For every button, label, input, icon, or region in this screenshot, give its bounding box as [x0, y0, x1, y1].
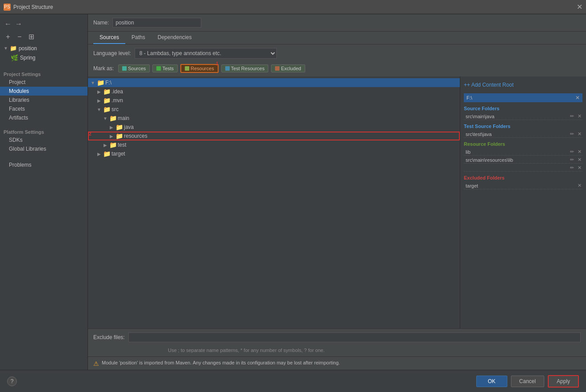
test-source-folders-title: Test Source Folders: [464, 124, 582, 129]
expand-target-icon: ▶: [96, 152, 102, 156]
tree-item-target[interactable]: ▶ 📁 target: [88, 149, 460, 158]
resource-folder-edit-2[interactable]: ✏: [569, 165, 575, 171]
right-panel: + + Add Content Root F:\ ✕ Source Folder…: [460, 76, 586, 328]
resources-dot-icon: [185, 66, 189, 71]
close-button[interactable]: ✕: [577, 3, 582, 11]
resource-folder-remove-2[interactable]: ✕: [577, 165, 582, 171]
test-source-folder-edit-0[interactable]: ✏: [569, 131, 575, 137]
name-input[interactable]: [112, 18, 201, 28]
resource-folder-entry-0: lib ✏ ✕: [464, 148, 582, 156]
resource-folder-remove-0[interactable]: ✕: [577, 149, 582, 155]
resource-folder-edit-1[interactable]: ✏: [569, 157, 575, 163]
lang-select[interactable]: 8 - Lambdas, type annotations etc.: [135, 48, 277, 59]
tab-dependencies[interactable]: Dependencies: [151, 32, 198, 44]
resource-folder-remove-1[interactable]: ✕: [577, 157, 582, 163]
tree-item-mvn[interactable]: ▶ 📁 .mvn: [88, 96, 460, 105]
tab-sources[interactable]: Sources: [93, 32, 125, 44]
source-folder-edit-0[interactable]: ✏: [569, 113, 575, 119]
content-root-close-button[interactable]: ✕: [575, 95, 580, 101]
hint-text: Use ; to separate name patterns, * for a…: [88, 346, 586, 356]
app-icon: PS: [4, 4, 11, 11]
spring-icon: 🌿: [11, 54, 18, 61]
module-toolbar: + − ⊞: [0, 30, 88, 44]
nav-arrows: ← →: [0, 18, 88, 30]
sidebar-item-problems[interactable]: Problems: [0, 160, 88, 169]
warning-row: ⚠ Module 'position' is imported from Mav…: [88, 356, 586, 370]
mark-sources-button[interactable]: Sources: [118, 64, 150, 72]
platform-settings-label: Platform Settings: [0, 126, 88, 136]
resource-folder-path-1: src\main\resources\lib: [466, 157, 569, 163]
tree-item-src[interactable]: ▼ 📁 src: [88, 105, 460, 114]
file-tree: ▼ 📁 F:\ ▶ 📁 .idea ▶ 📁 .mvn ▼ 📁 s: [88, 76, 460, 328]
ok-button[interactable]: OK: [476, 376, 507, 387]
resource-folder-actions-0: ✏ ✕: [569, 149, 582, 155]
resource-folder-path-2: [466, 165, 569, 171]
lang-label: Language level:: [93, 50, 131, 56]
tree-item-root[interactable]: ▼ 📁 F:\: [88, 78, 460, 87]
folder-root-icon: 📁: [97, 79, 104, 86]
mark-excluded-button[interactable]: Excluded: [271, 64, 305, 72]
tests-dot-icon: [156, 66, 161, 71]
module-tree-item[interactable]: ▼ 📁 position: [0, 44, 88, 53]
folder-src-icon: 📁: [103, 106, 111, 113]
expand-src-icon: ▼: [96, 107, 102, 112]
folder-main-icon: 📁: [109, 115, 117, 122]
cancel-button[interactable]: Cancel: [511, 376, 544, 387]
tree-item-java[interactable]: ▶ 📁 java: [88, 123, 460, 132]
tabs-bar: Sources Paths Dependencies: [88, 32, 586, 44]
mark-tests-button[interactable]: Tests: [152, 64, 178, 72]
apply-button[interactable]: Apply: [548, 375, 579, 388]
spring-tree-item[interactable]: 🌿 Spring: [0, 53, 88, 63]
resource-folder-edit-0[interactable]: ✏: [569, 149, 575, 155]
sidebar-item-facets[interactable]: Facets: [0, 104, 88, 113]
tree-item-idea[interactable]: ▶ 📁 .idea: [88, 87, 460, 96]
test-source-folder-entry-0: src\test\java ✏ ✕: [464, 131, 582, 138]
sources-dot-icon: [122, 66, 127, 71]
titlebar: PS Project Structure ✕: [0, 0, 586, 14]
excluded-folder-remove-0[interactable]: ✕: [577, 183, 582, 188]
window-title: Project Structure: [13, 4, 577, 10]
excluded-folder-actions-0: ✕: [577, 183, 582, 188]
sidebar-item-global-libraries[interactable]: Global Libraries: [0, 144, 88, 153]
folder-java-icon: 📁: [116, 124, 123, 131]
tree-item-test[interactable]: ▶ 📁 test: [88, 140, 460, 149]
add-content-root-button[interactable]: + + Add Content Root: [464, 80, 582, 90]
main-layout: ← → + − ⊞ ▼ 📁 position 🌿 Spring Project …: [0, 14, 586, 370]
mark-as-row: Mark as: Sources Tests 1 Resources Test …: [88, 62, 586, 76]
test-source-folder-remove-0[interactable]: ✕: [577, 131, 582, 137]
project-settings-label: Project Settings: [0, 68, 88, 78]
name-label: Name:: [93, 20, 109, 26]
tree-item-main[interactable]: ▼ 📁 main: [88, 114, 460, 123]
source-folder-remove-0[interactable]: ✕: [577, 113, 582, 119]
sidebar-item-sdks[interactable]: SDKs: [0, 136, 88, 144]
sidebar-item-libraries[interactable]: Libraries: [0, 96, 88, 104]
resource-folder-path-0: lib: [466, 149, 569, 155]
exclude-files-input[interactable]: [128, 332, 581, 342]
source-folder-path-0: src\main\java: [466, 114, 569, 119]
test-source-folder-actions-0: ✏ ✕: [569, 131, 582, 137]
remove-module-button[interactable]: −: [15, 32, 24, 41]
sidebar-item-modules[interactable]: Modules: [0, 87, 88, 96]
exclude-files-label: Exclude files:: [93, 334, 125, 340]
back-button[interactable]: ←: [4, 20, 12, 28]
tab-paths[interactable]: Paths: [125, 32, 151, 44]
resource-folder-entry-1: src\main\resources\lib ✏ ✕: [464, 156, 582, 164]
help-button[interactable]: ?: [7, 376, 17, 386]
folder-mvn-icon: 📁: [103, 97, 111, 104]
lang-row: Language level: 8 - Lambdas, type annota…: [88, 44, 586, 62]
warning-icon: ⚠: [93, 360, 99, 367]
copy-module-button[interactable]: ⊞: [27, 32, 36, 41]
mark-resources-button[interactable]: 1 Resources: [180, 64, 219, 73]
sidebar-item-project[interactable]: Project: [0, 78, 88, 87]
mark-test-resources-button[interactable]: Test Resources: [221, 64, 269, 72]
sidebar-item-artifacts[interactable]: Artifacts: [0, 113, 88, 122]
resource-folders-title: Resource Folders: [464, 141, 582, 147]
name-row: Name:: [88, 14, 586, 32]
tree-item-resources[interactable]: 2 ▶ 📁 resources: [88, 132, 460, 140]
content-area: Name: Sources Paths Dependencies Languag…: [88, 14, 586, 370]
content-root-path: F:\: [466, 95, 472, 100]
forward-button[interactable]: →: [14, 20, 23, 28]
expand-resources-icon: ▶: [108, 134, 115, 139]
add-module-button[interactable]: +: [4, 32, 12, 41]
mark-as-label: Mark as:: [93, 65, 114, 72]
